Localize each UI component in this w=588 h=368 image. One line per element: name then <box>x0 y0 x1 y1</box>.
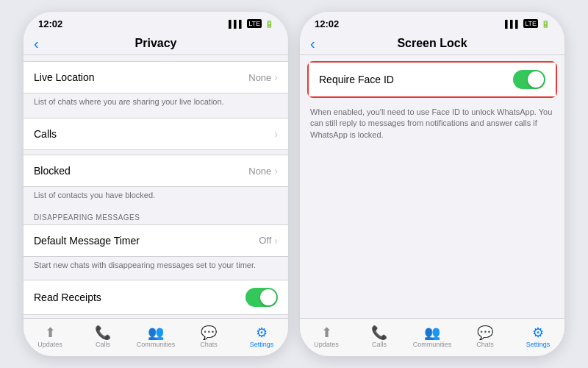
live-location-value: None <box>248 72 271 83</box>
default-timer-chevron: › <box>274 235 278 247</box>
default-timer-right: Off › <box>259 235 278 247</box>
disappearing-group: Default Message Timer Off › <box>24 224 288 257</box>
faceid-description: When enabled, you'll need to use Face ID… <box>300 104 564 145</box>
blocked-right: None › <box>248 165 278 177</box>
communities-label-2: Communities <box>413 341 452 348</box>
content-screenlock: Require Face ID When enabled, you'll nee… <box>300 55 564 318</box>
live-location-description: List of chats where you are sharing your… <box>24 93 288 112</box>
signal-icon-2: ▌▌▌ <box>505 20 520 28</box>
calls-tab-label-2: Calls <box>372 341 387 348</box>
status-bar-2: 12:02 ▌▌▌ LTE 🔋 <box>300 12 564 32</box>
read-receipts-item[interactable]: Read Receipts <box>24 280 288 314</box>
back-button-2[interactable]: ‹ <box>310 35 315 52</box>
communities-icon-2: 👥 <box>424 326 440 339</box>
nav-bar-2: ‹ Screen Lock <box>300 32 564 55</box>
calls-group: Calls › <box>24 118 288 150</box>
status-bar-1: 12:02 ▌▌▌ LTE 🔋 <box>24 12 288 32</box>
calls-item[interactable]: Calls › <box>24 118 288 149</box>
calls-chevron: › <box>274 128 278 140</box>
blocked-label: Blocked <box>34 165 71 177</box>
live-location-group: Live Location None › <box>24 61 288 93</box>
lte-badge-2: LTE <box>523 19 538 28</box>
disappearing-header: DISAPPEARING MESSAGES <box>24 206 288 224</box>
tab-calls-2[interactable]: 📞 Calls <box>353 323 406 350</box>
updates-icon-1: ⬆ <box>45 326 56 339</box>
blocked-description: List of contacts you have blocked. <box>24 187 288 205</box>
settings-icon-1: ⚙ <box>256 326 268 339</box>
tab-bar-1: ⬆ Updates 📞 Calls 👥 Communities 💬 Chats … <box>24 318 288 356</box>
read-receipts-toggle[interactable] <box>245 288 278 307</box>
blocked-value: None <box>248 166 271 177</box>
read-receipts-label: Read Receipts <box>34 291 101 303</box>
phones-container: 12:02 ▌▌▌ LTE 🔋 ‹ Privacy Live Location … <box>0 0 588 368</box>
settings-icon-2: ⚙ <box>532 326 544 339</box>
calls-tab-label-1: Calls <box>96 341 110 348</box>
tab-chats-1[interactable]: 💬 Chats <box>182 323 235 350</box>
battery-icon-1: 🔋 <box>265 20 273 28</box>
nav-title-1: Privacy <box>135 37 177 50</box>
communities-icon-1: 👥 <box>148 326 164 339</box>
live-location-right: None › <box>248 71 278 83</box>
status-time-2: 12:02 <box>315 18 339 29</box>
live-location-label: Live Location <box>34 71 95 83</box>
chats-icon-1: 💬 <box>201 326 217 339</box>
status-icons-1: ▌▌▌ LTE 🔋 <box>229 19 273 28</box>
updates-icon-2: ⬆ <box>321 326 332 339</box>
tab-bar-2: ⬆ Updates 📞 Calls 👥 Communities 💬 Chats … <box>300 318 564 356</box>
chats-label-1: Chats <box>200 341 218 348</box>
battery-icon-2: 🔋 <box>541 20 550 28</box>
chats-label-2: Chats <box>476 341 494 348</box>
live-location-item[interactable]: Live Location None › <box>24 62 288 93</box>
settings-label-2: Settings <box>526 341 551 348</box>
tab-settings-1[interactable]: ⚙ Settings <box>235 323 288 350</box>
calls-icon-2: 📞 <box>371 326 387 339</box>
tab-communities-1[interactable]: 👥 Communities <box>129 323 182 350</box>
updates-label-1: Updates <box>37 341 62 348</box>
phone-privacy: 12:02 ▌▌▌ LTE 🔋 ‹ Privacy Live Location … <box>24 12 288 356</box>
blocked-chevron: › <box>274 165 278 177</box>
tab-updates-1[interactable]: ⬆ Updates <box>24 323 76 350</box>
updates-label-2: Updates <box>314 341 339 348</box>
require-faceid-toggle-thumb <box>528 71 544 88</box>
default-timer-value: Off <box>259 235 271 246</box>
require-faceid-label: Require Face ID <box>319 74 394 85</box>
status-time-1: 12:02 <box>38 18 62 29</box>
require-faceid-item-row[interactable]: Require Face ID <box>309 63 556 96</box>
default-timer-label: Default Message Timer <box>34 235 140 247</box>
back-button-1[interactable]: ‹ <box>34 35 39 52</box>
default-timer-item[interactable]: Default Message Timer Off › <box>24 225 288 256</box>
read-receipts-toggle-thumb <box>260 289 276 305</box>
lte-badge-1: LTE <box>247 19 262 28</box>
default-timer-description: Start new chats with disappearing messag… <box>24 257 288 275</box>
calls-right: › <box>274 128 278 140</box>
tab-settings-2[interactable]: ⚙ Settings <box>512 323 564 350</box>
live-location-chevron: › <box>274 71 278 83</box>
tab-calls-1[interactable]: 📞 Calls <box>76 323 129 350</box>
read-receipts-group: Read Receipts <box>24 280 288 315</box>
calls-label: Calls <box>34 128 57 140</box>
chats-icon-2: 💬 <box>477 326 493 339</box>
settings-label-1: Settings <box>250 341 274 348</box>
nav-title-2: Screen Lock <box>397 37 467 50</box>
tab-chats-2[interactable]: 💬 Chats <box>459 323 512 350</box>
tab-updates-2[interactable]: ⬆ Updates <box>300 323 353 350</box>
phone-screenlock: 12:02 ▌▌▌ LTE 🔋 ‹ Screen Lock Require Fa… <box>300 12 564 356</box>
content-privacy: Live Location None › List of chats where… <box>24 55 288 318</box>
blocked-item[interactable]: Blocked None › <box>24 155 288 186</box>
require-faceid-group: Require Face ID <box>307 61 557 98</box>
blocked-group: Blocked None › <box>24 155 288 187</box>
tab-communities-2[interactable]: 👥 Communities <box>406 323 459 350</box>
require-faceid-toggle[interactable] <box>513 70 545 89</box>
nav-bar-1: ‹ Privacy <box>24 32 288 55</box>
status-icons-2: ▌▌▌ LTE 🔋 <box>505 19 550 28</box>
signal-icon-1: ▌▌▌ <box>229 20 244 28</box>
calls-icon-1: 📞 <box>95 326 111 339</box>
communities-label-1: Communities <box>137 341 176 348</box>
